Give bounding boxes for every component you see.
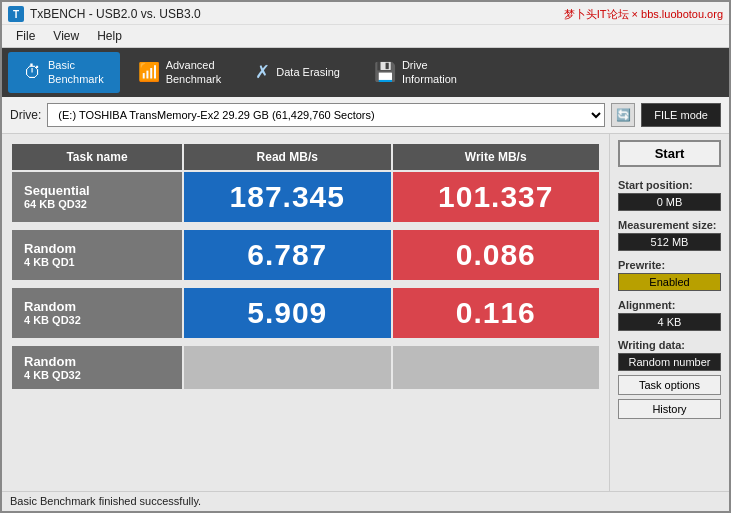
writing-data-label: Writing data: — [618, 339, 721, 351]
write-cell: 101.337 — [393, 172, 600, 222]
writing-data-section: Writing data: Random number — [618, 335, 721, 371]
toolbar: ⏱ BasicBenchmark 📶 AdvancedBenchmark ✗ D… — [2, 48, 729, 97]
drive-information-label: DriveInformation — [402, 58, 457, 87]
title-bar: T TxBENCH - USB2.0 vs. USB3.0 梦卜头IT论坛 × … — [2, 2, 729, 25]
sidebar: Start Start position: 0 MB Measurement s… — [609, 134, 729, 491]
start-position-value: 0 MB — [618, 193, 721, 211]
task-cell: Random4 KB QD1 — [12, 230, 182, 280]
prewrite-section: Prewrite: Enabled — [618, 255, 721, 291]
data-erasing-label: Data Erasing — [276, 65, 340, 79]
status-bar: Basic Benchmark finished successfully. — [2, 491, 729, 511]
advanced-benchmark-icon: 📶 — [138, 61, 160, 83]
col-read: Read MB/s — [184, 144, 391, 170]
measurement-size-section: Measurement size: 512 MB — [618, 215, 721, 251]
read-cell: 6.787 — [184, 230, 391, 280]
toolbar-drive-information[interactable]: 💾 DriveInformation — [358, 52, 473, 93]
table-row: Random4 KB QD32 — [12, 346, 599, 389]
watermark: 梦卜头IT论坛 × bbs.luobotou.org — [564, 7, 723, 22]
measurement-size-value: 512 MB — [618, 233, 721, 251]
task-cell: Sequential64 KB QD32 — [12, 172, 182, 222]
title-left: T TxBENCH - USB2.0 vs. USB3.0 — [8, 6, 201, 22]
read-cell: 5.909 — [184, 288, 391, 338]
col-task-name: Task name — [12, 144, 182, 170]
writing-data-value: Random number — [618, 353, 721, 371]
task-detail: 4 KB QD32 — [24, 314, 170, 326]
task-name: Random — [24, 354, 170, 369]
measurement-size-label: Measurement size: — [618, 219, 721, 231]
table-row: Random4 KB QD325.9090.116 — [12, 288, 599, 338]
table-row: Sequential64 KB QD32187.345101.337 — [12, 172, 599, 222]
drive-refresh-button[interactable]: 🔄 — [611, 103, 635, 127]
basic-benchmark-label: BasicBenchmark — [48, 58, 104, 87]
task-detail: 64 KB QD32 — [24, 198, 170, 210]
title-text: TxBENCH - USB2.0 vs. USB3.0 — [30, 7, 201, 21]
prewrite-label: Prewrite: — [618, 259, 721, 271]
task-cell: Random4 KB QD32 — [12, 288, 182, 338]
bench-area: Task name Read MB/s Write MB/s Sequentia… — [2, 134, 609, 491]
menu-view[interactable]: View — [45, 27, 87, 45]
col-write: Write MB/s — [393, 144, 600, 170]
menu-help[interactable]: Help — [89, 27, 130, 45]
main-content: Task name Read MB/s Write MB/s Sequentia… — [2, 134, 729, 491]
basic-benchmark-icon: ⏱ — [24, 62, 42, 83]
alignment-label: Alignment: — [618, 299, 721, 311]
start-button[interactable]: Start — [618, 140, 721, 167]
file-mode-button[interactable]: FILE mode — [641, 103, 721, 127]
toolbar-data-erasing[interactable]: ✗ Data Erasing — [239, 52, 356, 93]
menu-file[interactable]: File — [8, 27, 43, 45]
task-name: Random — [24, 299, 170, 314]
bench-table: Task name Read MB/s Write MB/s Sequentia… — [10, 142, 601, 391]
table-row: Random4 KB QD16.7870.086 — [12, 230, 599, 280]
task-cell: Random4 KB QD32 — [12, 346, 182, 389]
menu-bar: File View Help — [2, 25, 729, 48]
app-icon: T — [8, 6, 24, 22]
task-options-button[interactable]: Task options — [618, 375, 721, 395]
write-cell: 0.086 — [393, 230, 600, 280]
task-name: Sequential — [24, 183, 170, 198]
alignment-value: 4 KB — [618, 313, 721, 331]
start-position-section: Start position: 0 MB — [618, 175, 721, 211]
write-cell — [393, 346, 600, 389]
task-name: Random — [24, 241, 170, 256]
toolbar-advanced-benchmark[interactable]: 📶 AdvancedBenchmark — [122, 52, 238, 93]
toolbar-basic-benchmark[interactable]: ⏱ BasicBenchmark — [8, 52, 120, 93]
drive-information-icon: 💾 — [374, 61, 396, 83]
prewrite-value: Enabled — [618, 273, 721, 291]
write-cell: 0.116 — [393, 288, 600, 338]
history-button[interactable]: History — [618, 399, 721, 419]
task-detail: 4 KB QD1 — [24, 256, 170, 268]
drive-select[interactable]: (E:) TOSHIBA TransMemory-Ex2 29.29 GB (6… — [47, 103, 605, 127]
read-cell: 187.345 — [184, 172, 391, 222]
task-detail: 4 KB QD32 — [24, 369, 170, 381]
start-position-label: Start position: — [618, 179, 721, 191]
alignment-section: Alignment: 4 KB — [618, 295, 721, 331]
bench-tbody: Sequential64 KB QD32187.345101.337Random… — [12, 172, 599, 389]
data-erasing-icon: ✗ — [255, 61, 270, 83]
read-cell — [184, 346, 391, 389]
advanced-benchmark-label: AdvancedBenchmark — [166, 58, 222, 87]
drive-label: Drive: — [10, 108, 41, 122]
status-text: Basic Benchmark finished successfully. — [10, 495, 201, 507]
drive-row: Drive: (E:) TOSHIBA TransMemory-Ex2 29.2… — [2, 97, 729, 134]
